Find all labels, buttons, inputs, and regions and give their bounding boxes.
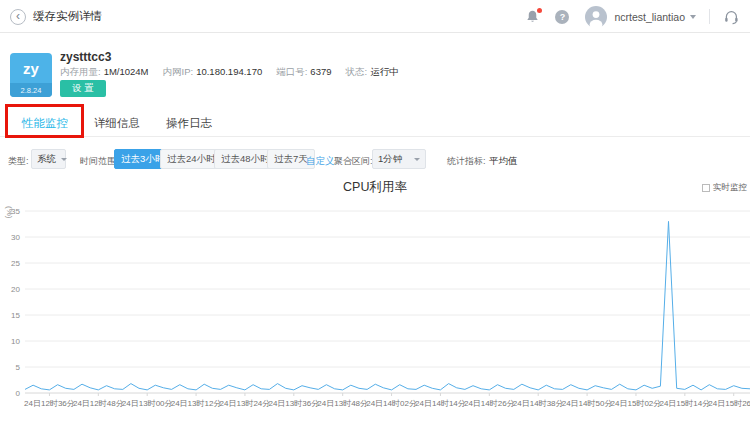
chevron-down-icon[interactable] bbox=[690, 15, 696, 19]
x-axis-tick-label: 24日13时36分 bbox=[268, 399, 319, 408]
settings-button[interactable]: 设 置 bbox=[60, 80, 106, 97]
cpu-utilization-chart: 0510152025303524日12时36分24日12时48分24日13时00… bbox=[0, 196, 750, 436]
back-button[interactable]: ‹ bbox=[10, 9, 26, 25]
custom-range-link[interactable]: 自定义 bbox=[306, 155, 335, 168]
x-axis-tick-label: 24日14时14分 bbox=[415, 399, 466, 408]
username[interactable]: ncrtest_liantiao bbox=[614, 11, 685, 23]
notification-dot bbox=[537, 8, 542, 13]
topbar-divider bbox=[709, 9, 710, 24]
y-axis-tick-label: 5 bbox=[16, 363, 21, 372]
instance-version-badge: 2.8.24 bbox=[10, 83, 52, 97]
y-axis-tick-label: 30 bbox=[11, 233, 20, 242]
tab-performance-monitor[interactable]: 性能监控 bbox=[22, 110, 68, 136]
chevron-down-icon bbox=[414, 158, 420, 161]
filter-bar: 类型: 系统 时间范围: 过去3小时 过去24小时 过去48小时 过去7天 自定… bbox=[0, 149, 750, 171]
aggregation-interval-select[interactable]: 1分钟 bbox=[372, 149, 426, 169]
x-axis-tick-label: 24日13时48分 bbox=[317, 399, 368, 408]
aggregation-interval-label: 聚合区间: bbox=[334, 155, 373, 168]
x-axis-tick-label: 24日14时38分 bbox=[513, 399, 564, 408]
bell-icon[interactable] bbox=[525, 9, 540, 24]
cache-instance-detail-page: ‹ 缓存实例详情 ? ncrtest_liantiao bbox=[0, 0, 750, 436]
x-axis-tick-label: 24日15时26分 bbox=[708, 399, 750, 408]
realtime-checkbox[interactable] bbox=[702, 184, 710, 192]
instance-avatar-text: zy bbox=[10, 53, 52, 83]
chart-title: CPU利用率 bbox=[0, 179, 750, 196]
y-axis-tick-label: 15 bbox=[11, 311, 20, 320]
x-axis-tick-label: 24日15时14分 bbox=[659, 399, 710, 408]
x-axis-tick-label: 24日14时50分 bbox=[562, 399, 613, 408]
statistic-metric-label: 统计指标: bbox=[447, 155, 486, 168]
y-axis-tick-label: 25 bbox=[11, 259, 20, 268]
realtime-label: 实时监控 bbox=[713, 182, 747, 194]
type-label: 类型: bbox=[8, 155, 29, 168]
x-axis-tick-label: 24日14时02分 bbox=[366, 399, 417, 408]
y-axis-tick-label: 10 bbox=[11, 337, 20, 346]
x-axis-tick-label: 24日13时00分 bbox=[122, 399, 173, 408]
y-axis-tick-label: 0 bbox=[16, 389, 21, 398]
y-axis-unit-label: (%) bbox=[5, 206, 14, 219]
realtime-monitor-control: 实时监控 bbox=[702, 182, 747, 194]
tab-detail-info[interactable]: 详细信息 bbox=[94, 110, 140, 136]
y-axis-tick-label: 20 bbox=[11, 285, 20, 294]
x-axis-tick-label: 24日13时12分 bbox=[171, 399, 222, 408]
x-axis-tick-label: 24日12时36分 bbox=[24, 399, 75, 408]
x-axis-tick-label: 24日15时02分 bbox=[611, 399, 662, 408]
support-headset-icon[interactable] bbox=[723, 9, 740, 25]
instance-meta: 内存用量:1M/1024M 内网IP:10.180.194.170 端口号:63… bbox=[60, 66, 413, 79]
meta-status: 状态:运行中 bbox=[345, 66, 398, 79]
instance-name: zystttcc3 bbox=[60, 50, 111, 64]
time-range-label: 时间范围: bbox=[80, 155, 119, 168]
meta-memory: 内存用量:1M/1024M bbox=[60, 66, 149, 79]
chart-header: CPU利用率 实时监控 bbox=[0, 179, 750, 195]
tab-operation-log[interactable]: 操作日志 bbox=[166, 110, 212, 136]
x-axis-tick-label: 24日13时24分 bbox=[220, 399, 271, 408]
topbar-right: ? ncrtest_liantiao bbox=[525, 0, 740, 33]
statistic-metric-value: 平均值 bbox=[489, 155, 518, 168]
help-icon[interactable]: ? bbox=[555, 10, 569, 24]
tab-bar: 性能监控 详细信息 操作日志 bbox=[0, 110, 750, 137]
x-axis-tick-label: 24日14时26分 bbox=[464, 399, 515, 408]
type-select[interactable]: 系统 bbox=[31, 149, 66, 169]
topbar: ‹ 缓存实例详情 ? ncrtest_liantiao bbox=[0, 0, 750, 33]
page-title: 缓存实例详情 bbox=[33, 9, 102, 24]
instance-avatar: zy 2.8.24 bbox=[10, 53, 52, 97]
chevron-down-icon bbox=[61, 158, 67, 161]
status-value: 运行中 bbox=[370, 66, 399, 77]
meta-private-ip: 内网IP:10.180.194.170 bbox=[163, 66, 263, 79]
cpu-usage-line bbox=[25, 221, 750, 390]
user-avatar[interactable] bbox=[585, 6, 607, 28]
meta-port: 端口号:6379 bbox=[276, 66, 331, 79]
x-axis-tick-label: 24日12时48分 bbox=[73, 399, 124, 408]
topbar-left: ‹ 缓存实例详情 bbox=[10, 0, 102, 33]
